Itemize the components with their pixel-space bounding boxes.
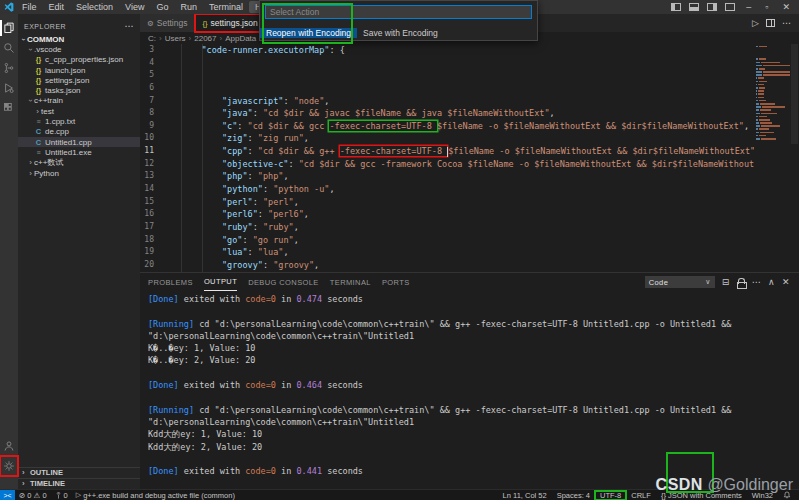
maximize-panel-icon[interactable]: ∧ xyxy=(768,278,775,287)
more-actions-icon[interactable]: ⋯ xyxy=(782,18,791,28)
quick-pick-option[interactable]: Save with Encoding xyxy=(357,28,444,38)
tree-item-c-train[interactable]: ›c++train xyxy=(18,96,140,106)
tree-item-python[interactable]: ›Python xyxy=(18,168,140,178)
editor-scrollbar[interactable] xyxy=(791,44,798,144)
status-cursor-position[interactable]: Ln 11, Col 52 xyxy=(498,491,552,500)
menu-go[interactable]: Go xyxy=(150,1,174,13)
code-token xyxy=(181,260,222,270)
panel-tab-terminal[interactable]: TERMINAL xyxy=(330,273,371,291)
status-encoding[interactable]: UTF-8 xyxy=(595,491,626,500)
more-actions-icon[interactable]: ⋯ xyxy=(752,278,761,287)
tree-item-launch-json[interactable]: {}launch.json xyxy=(18,65,140,75)
toggle-secondary-sidebar-icon[interactable] xyxy=(707,3,717,11)
code-line-11[interactable]: 11 "cpp": "cd $dir && g++ -fexec-charset… xyxy=(140,145,754,158)
status-indentation[interactable]: Spaces: 4 xyxy=(552,491,595,500)
code-editor[interactable]: 3 "code-runner.executorMap": {4567 "java… xyxy=(140,44,754,272)
minimap[interactable] xyxy=(754,44,790,272)
extensions-icon[interactable] xyxy=(0,98,18,118)
split-editor-icon[interactable] xyxy=(766,19,775,27)
breadcrumb-item[interactable]: C: xyxy=(148,34,156,43)
menu-view[interactable]: View xyxy=(119,1,150,13)
account-icon[interactable] xyxy=(0,436,18,456)
code-line-16[interactable]: 16 "perl6": "perl6", xyxy=(140,208,754,221)
tree-item-untitled1-cpp[interactable]: CUntitled1.cpp xyxy=(18,137,140,147)
tree-item-test[interactable]: ›test xyxy=(18,106,140,116)
code-line-5[interactable]: 5 xyxy=(140,69,754,82)
menu-run[interactable]: Run xyxy=(174,1,203,13)
remote-indicator[interactable]: >< xyxy=(0,490,15,500)
menu-file[interactable]: File xyxy=(16,1,43,13)
ports-status[interactable]: 0 xyxy=(51,491,72,500)
settings-gear-icon[interactable] xyxy=(0,456,18,476)
minimap-key-mark xyxy=(756,122,759,124)
minimap-line xyxy=(756,68,790,70)
toggle-panel-icon[interactable] xyxy=(689,3,699,11)
breadcrumb-item[interactable]: Users xyxy=(165,34,186,43)
tree-item-c-[interactable]: ›c++数试 xyxy=(18,158,140,168)
panel-tab-debug-console[interactable]: DEBUG CONSOLE xyxy=(248,273,319,291)
code-line-10[interactable]: 10 "zig": "zig run", xyxy=(140,132,754,145)
problems-status[interactable]: ⊘ 0 ⚠ 0 xyxy=(15,491,51,500)
code-line-19[interactable]: 19 "lua": "lua", xyxy=(140,246,754,259)
toggle-primary-sidebar-icon[interactable] xyxy=(671,3,681,11)
run-and-debug-icon[interactable] xyxy=(0,78,18,98)
code-line-7[interactable]: 7 "javascript": "node", xyxy=(140,95,754,108)
output-channel-select[interactable]: Code ∨ xyxy=(645,276,715,288)
debug-task-status[interactable]: ▷ g++.exe build and debug active file (c… xyxy=(72,491,239,500)
code-line-20[interactable]: 20 "groovy": "groovy", xyxy=(140,259,754,272)
explorer-more-actions-icon[interactable]: ⋯ xyxy=(125,21,135,31)
quick-pick-option[interactable]: Reopen with Encoding xyxy=(260,28,357,38)
output-console[interactable]: [Done] exited with code=0 in 0.474 secon… xyxy=(148,293,793,489)
code-line-8[interactable]: 8 "java": "cd $dir && javac $fileName &&… xyxy=(140,107,754,120)
lock-scroll-icon[interactable] xyxy=(737,278,745,287)
restore-button[interactable]: ▫ xyxy=(762,2,771,12)
code-token: "php" xyxy=(258,171,284,181)
line-number: 11 xyxy=(140,145,154,158)
code-line-17[interactable]: 17 "ruby": "ruby", xyxy=(140,221,754,234)
quick-pick-input[interactable]: Select Action xyxy=(265,5,532,19)
tree-item--vscode[interactable]: ›.vscode xyxy=(18,44,140,54)
menu-terminal[interactable]: Terminal xyxy=(203,1,249,13)
code-line-15[interactable]: 15 "perl": "perl", xyxy=(140,196,754,209)
minimize-button[interactable]: – xyxy=(743,2,754,12)
close-button[interactable]: ✕ xyxy=(779,2,793,12)
status-eol[interactable]: CRLF xyxy=(626,491,656,500)
tree-item-1-cpp-txt[interactable]: ≡1.cpp.txt xyxy=(18,116,140,126)
search-icon[interactable] xyxy=(0,38,18,58)
panel-tab-output[interactable]: OUTPUT xyxy=(204,273,237,291)
tree-item-de-cpp[interactable]: Cde.cpp xyxy=(18,127,140,137)
code-line-9[interactable]: 9 "c": "cd $dir && gcc -fexec-charset=UT… xyxy=(140,120,754,133)
breadcrumb-item[interactable]: 22067 xyxy=(194,34,216,43)
tree-item-common[interactable]: ›COMMON xyxy=(18,34,140,44)
panel-tab-ports[interactable]: PORTS xyxy=(382,273,410,291)
code-line-14[interactable]: 14 "python": "python -u", xyxy=(140,183,754,196)
output-token: [Done] xyxy=(148,466,179,476)
source-control-icon[interactable] xyxy=(0,58,18,78)
menu-selection[interactable]: Selection xyxy=(70,1,119,13)
code-line-12[interactable]: 12 "objective-c": "cd $dir && gcc -frame… xyxy=(140,158,754,171)
tree-item-tasks-json[interactable]: {}tasks.json xyxy=(18,85,140,95)
tab-settings[interactable]: ⚙Settings xyxy=(140,14,195,32)
tree-item-settings-json[interactable]: {}settings.json xyxy=(18,75,140,85)
code-line-6[interactable]: 6 xyxy=(140,82,754,95)
code-line-18[interactable]: 18 "go": "go run", xyxy=(140,234,754,247)
minimap-line xyxy=(756,49,790,51)
breadcrumb-item[interactable]: AppData xyxy=(225,34,256,43)
tree-item-c_cpp_properties-json[interactable]: {}c_cpp_properties.json xyxy=(18,55,140,65)
panel-tab-problems[interactable]: PROBLEMS xyxy=(148,273,193,291)
close-panel-icon[interactable]: ✕ xyxy=(782,278,790,287)
run-code-icon[interactable]: ▷ xyxy=(752,18,759,28)
clear-output-icon[interactable]: ⊟ xyxy=(722,278,730,287)
code-line-4[interactable]: 4 xyxy=(140,57,754,70)
output-token: cd "d:\personalLearning\code\common\c++t… xyxy=(194,319,731,329)
section-timeline[interactable]: ›TIMELINE xyxy=(18,478,140,489)
code-line-3[interactable]: 3 "code-runner.executorMap": { xyxy=(140,44,754,57)
tree-item-untitled1-exe[interactable]: ≡Untitled1.exe xyxy=(18,147,140,157)
explorer-icon[interactable] xyxy=(0,18,18,38)
line-number: 14 xyxy=(140,183,154,196)
code-line-13[interactable]: 13 "php": "php", xyxy=(140,170,754,183)
code-token xyxy=(181,45,201,55)
menu-edit[interactable]: Edit xyxy=(43,1,71,13)
customize-layout-icon[interactable] xyxy=(725,3,735,11)
section-outline[interactable]: ›OUTLINE xyxy=(18,467,140,478)
